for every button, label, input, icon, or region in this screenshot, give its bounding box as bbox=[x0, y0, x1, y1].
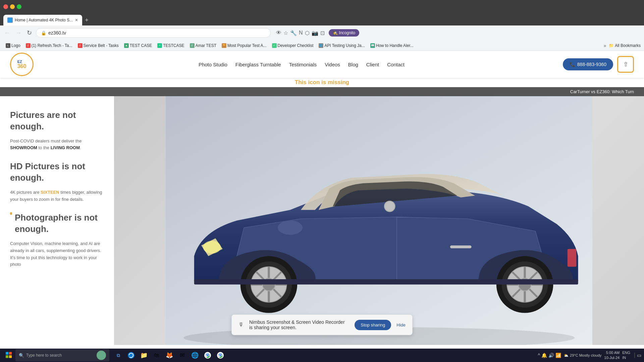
tray-up-arrow[interactable]: ^ bbox=[538, 353, 540, 358]
edge-icon[interactable] bbox=[125, 350, 137, 361]
nav-contact[interactable]: Contact bbox=[387, 62, 405, 67]
extension-icon-4[interactable]: ⊡ bbox=[320, 30, 325, 36]
hero-image bbox=[114, 96, 644, 345]
nav-fiberglass-turntable[interactable]: Fiberglass Turntable bbox=[235, 62, 281, 67]
forward-button[interactable]: → bbox=[14, 28, 23, 38]
site-logo[interactable]: EZ360 bbox=[10, 53, 34, 76]
firefox-icon[interactable]: 🦊 bbox=[164, 350, 175, 361]
bookmark-star-icon[interactable]: ☆ bbox=[283, 30, 288, 36]
tray-icons: ^ 🔔 🔊 📶 bbox=[538, 353, 561, 358]
window-maximize-button[interactable] bbox=[17, 4, 21, 9]
url-bar[interactable]: 🔒 ez360.tv bbox=[36, 28, 271, 38]
all-bookmarks[interactable]: 📁 All Bookmarks bbox=[609, 43, 641, 48]
taskbar-search[interactable]: 🔍 Type here to search bbox=[15, 349, 109, 361]
weather-info[interactable]: ⛅ 29°C Mostly cloudy bbox=[564, 353, 601, 358]
bookmark-refresh-tech[interactable]: Z (1) Refresh.Tech - Ta... bbox=[23, 43, 75, 49]
bookmark-testcase[interactable]: + TESTCASE bbox=[155, 43, 186, 49]
bookmark-api-testing[interactable]: 🌐 API Testing Using Ja... bbox=[316, 43, 367, 49]
system-tray: ^ 🔔 🔊 📶 ⛅ 29°C Mostly cloudy 5:00 AM 10-… bbox=[538, 350, 641, 361]
system-clock[interactable]: 5:00 AM 10-Jul-24 bbox=[604, 350, 620, 361]
camera-icon[interactable]: 📷 bbox=[312, 30, 318, 36]
chrome-icon[interactable] bbox=[202, 350, 213, 361]
mail-icon[interactable]: ✉ bbox=[176, 350, 188, 361]
website-content: EZ360 Photo Studio Fiberglass Turntable … bbox=[0, 51, 644, 349]
bookmark-most-popular[interactable]: 🏆 Most Popular Test A... bbox=[219, 43, 269, 49]
bookmark-favicon: + bbox=[157, 43, 162, 48]
extension-icon-3[interactable]: ⬡ bbox=[305, 30, 310, 36]
svg-rect-25 bbox=[9, 352, 12, 355]
search-icon: 🔍 bbox=[19, 353, 24, 358]
store-icon[interactable]: 🛍 bbox=[151, 350, 162, 361]
svg-rect-26 bbox=[6, 355, 8, 358]
bookmarks-more-button[interactable]: » bbox=[604, 43, 606, 48]
logo-circle: EZ360 bbox=[10, 53, 34, 76]
speaker-icon[interactable]: 🔊 bbox=[548, 353, 554, 358]
phone-button[interactable]: 📞 888-883-9360 bbox=[563, 58, 613, 70]
new-tab-button[interactable]: + bbox=[85, 15, 89, 25]
missing-icon-banner: This icon is missing bbox=[0, 78, 644, 87]
hero-text-panel: Pictures are not enough. Post-COVID deal… bbox=[0, 96, 114, 345]
ticker-text: CarTurner vs EZ360: Which Turn bbox=[570, 89, 634, 94]
bookmark-service-belt[interactable]: Z Service Belt - Tasks bbox=[75, 43, 121, 49]
bookmark-logo[interactable]: L Logo bbox=[3, 43, 23, 49]
back-button[interactable]: ← bbox=[3, 28, 11, 38]
language-indicator[interactable]: ENG IN bbox=[622, 350, 630, 361]
notification-alert-icon[interactable]: 🔔 bbox=[541, 353, 547, 358]
nav-photo-studio[interactable]: Photo Studio bbox=[199, 62, 227, 67]
incognito-button[interactable]: 🕵 Incognito bbox=[329, 29, 360, 37]
hero-heading-2: HD Pictures is not enough. bbox=[10, 161, 104, 184]
logo-ez: EZ360 bbox=[17, 60, 26, 69]
eye-icon[interactable]: 👁 bbox=[276, 30, 281, 36]
url-text: ez360.tv bbox=[48, 30, 66, 36]
clock-time: 5:00 AM bbox=[604, 350, 620, 355]
hide-button[interactable]: Hide bbox=[396, 322, 406, 327]
hero-heading-3-wrapper: Photographer is not enough. bbox=[10, 212, 104, 240]
svg-rect-23 bbox=[194, 279, 578, 285]
bullet-dot-icon bbox=[10, 212, 12, 215]
extension-icon-2[interactable]: N bbox=[299, 30, 303, 36]
stop-sharing-button[interactable]: Stop sharing bbox=[355, 320, 391, 330]
bookmark-favicon: ▲ bbox=[124, 43, 129, 48]
microphone-icon: 🎙 bbox=[238, 322, 244, 328]
bookmark-handle-alerts[interactable]: 📖 How to Handle Aler... bbox=[368, 43, 416, 49]
bookmark-test-case[interactable]: ▲ TEST CASE bbox=[122, 43, 154, 49]
refresh-button[interactable]: ↻ bbox=[25, 28, 33, 38]
svg-point-3 bbox=[278, 221, 303, 235]
ticker-bar: CarTurner vs EZ360: Which Turn bbox=[0, 87, 644, 96]
svg-rect-24 bbox=[6, 352, 8, 355]
phone-icon: 📞 bbox=[570, 62, 575, 67]
tab-title: Home | Automated 4K Photo S... bbox=[15, 18, 73, 22]
search-placeholder: Type here to search bbox=[26, 353, 62, 358]
nav-client[interactable]: Client bbox=[366, 62, 379, 67]
nav-testimonials[interactable]: Testimonials bbox=[289, 62, 317, 67]
show-desktop-button[interactable]: ▭ bbox=[634, 353, 641, 358]
browser-tab-active[interactable]: 🌐 Home | Automated 4K Photo S... ✕ bbox=[3, 15, 82, 25]
network-icon[interactable]: 📶 bbox=[555, 353, 561, 358]
hero-heading-3: Photographer is not enough. bbox=[15, 212, 104, 235]
svg-point-34 bbox=[219, 354, 221, 356]
bookmark-favicon: Z bbox=[190, 43, 195, 48]
svg-point-22 bbox=[384, 201, 395, 212]
browser-nav-bar: ← → ↻ 🔒 ez360.tv 👁 ☆ 🔧 N ⬡ 📷 ⊡ 🕵 Incogni… bbox=[0, 25, 644, 40]
tab-close-button[interactable]: ✕ bbox=[75, 18, 78, 22]
nav-videos[interactable]: Videos bbox=[325, 62, 340, 67]
explorer-icon[interactable]: 📁 bbox=[138, 350, 150, 361]
chrome-icon-2[interactable] bbox=[215, 350, 226, 361]
bookmark-developer-checklist[interactable]: ✓ Developer Checklist bbox=[270, 43, 316, 49]
svg-point-20 bbox=[203, 241, 221, 253]
hero-para-3: Computer Vision, machine learning, and A… bbox=[10, 240, 104, 268]
incognito-icon: 🕵 bbox=[333, 31, 338, 35]
share-button[interactable]: ⇧ bbox=[617, 56, 634, 73]
bookmark-favicon: 📖 bbox=[370, 43, 375, 48]
missing-icon-text: This icon is missing bbox=[295, 79, 349, 85]
cortana-avatar bbox=[97, 351, 106, 360]
app-7[interactable]: 🌐 bbox=[189, 350, 201, 361]
start-button[interactable] bbox=[3, 350, 15, 361]
nav-blog[interactable]: Blog bbox=[348, 62, 358, 67]
hero-section: Pictures are not enough. Post-COVID deal… bbox=[0, 96, 644, 345]
taskview-button[interactable]: ⧉ bbox=[113, 350, 124, 361]
window-minimize-button[interactable] bbox=[10, 4, 15, 9]
bookmark-amar-test[interactable]: Z Amar TEST bbox=[187, 43, 219, 49]
window-close-button[interactable] bbox=[3, 4, 8, 9]
extension-icon-1[interactable]: 🔧 bbox=[290, 30, 297, 36]
